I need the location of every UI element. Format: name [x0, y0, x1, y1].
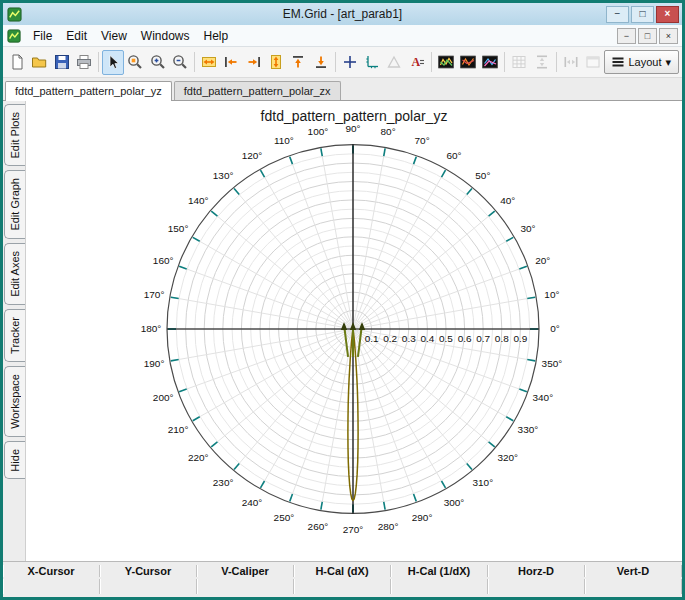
- plot-area[interactable]: fdtd_pattern_pattern_polar_yz 0.10.20.30…: [25, 101, 682, 561]
- status-horz-d: Horz-D: [488, 565, 585, 577]
- sidebar: Edit Plots Edit Graph Edit Axes Tracker …: [3, 101, 25, 561]
- menu-file[interactable]: File: [26, 27, 59, 45]
- select-pointer-button[interactable]: [102, 50, 124, 75]
- svg-text:170°: 170°: [144, 289, 165, 300]
- status-value-cell: [294, 579, 391, 594]
- mdi-restore-button[interactable]: □: [638, 28, 657, 44]
- svg-text:130°: 130°: [213, 170, 234, 181]
- stretch-horizontal-icon: [201, 54, 217, 70]
- new-document-button[interactable]: [6, 50, 28, 75]
- toolbar-separator: [556, 52, 557, 72]
- new-document-icon: [9, 54, 25, 70]
- layout-dropdown-button[interactable]: Layout ▾: [604, 50, 679, 74]
- open-file-button[interactable]: [28, 50, 50, 75]
- svg-text:150°: 150°: [168, 223, 189, 234]
- open-file-icon: [31, 54, 47, 70]
- sidebar-item-edit-axes[interactable]: Edit Axes: [4, 243, 25, 305]
- fit-horizontal-button: [560, 50, 582, 75]
- zoom-out-icon: [172, 54, 188, 70]
- sidebar-item-hide[interactable]: Hide: [4, 441, 25, 480]
- svg-text:0.1: 0.1: [365, 333, 379, 344]
- menu-edit[interactable]: Edit: [59, 27, 94, 45]
- svg-text:0°: 0°: [550, 324, 560, 335]
- status-x-cursor: X-Cursor: [3, 565, 100, 577]
- maximize-button[interactable]: □: [631, 6, 654, 23]
- caliper-icon: [386, 54, 402, 70]
- stretch-vertical-button[interactable]: [265, 50, 287, 75]
- shift-down-icon: [313, 54, 329, 70]
- polar-plot-canvas[interactable]: 0.10.20.30.40.50.60.70.80.90°10°20°30°40…: [26, 101, 682, 561]
- caliper-button: [383, 50, 405, 75]
- minimize-button[interactable]: −: [606, 6, 629, 23]
- plot-style-3-button[interactable]: [479, 50, 501, 75]
- app-window: EM.Grid - [art_parab1] − □ × File Edit V…: [0, 0, 685, 600]
- stretch-vertical-icon: [268, 54, 284, 70]
- svg-text:330°: 330°: [518, 424, 539, 435]
- tab-fdtd-pattern-polar-yz[interactable]: fdtd_pattern_pattern_polar_yz: [5, 81, 172, 101]
- svg-text:40°: 40°: [500, 195, 515, 206]
- svg-text:0.5: 0.5: [439, 333, 453, 344]
- print-icon: [76, 54, 92, 70]
- text-annotation-button[interactable]: A: [405, 50, 427, 75]
- svg-text:210°: 210°: [168, 424, 189, 435]
- sidebar-item-label: Edit Plots: [9, 112, 21, 158]
- fit-vertical-button: [531, 50, 553, 75]
- sidebar-item-label: Edit Graph: [9, 178, 21, 231]
- toolbar-separator: [194, 52, 195, 72]
- toolbar: A: [3, 47, 682, 78]
- menubar: File Edit View Windows Help − □ ×: [3, 25, 682, 47]
- status-y-cursor: Y-Cursor: [100, 565, 197, 577]
- toolbar-separator: [335, 52, 336, 72]
- svg-text:0.3: 0.3: [402, 333, 416, 344]
- zoom-in-button[interactable]: [147, 50, 169, 75]
- save-icon: [54, 54, 70, 70]
- sidebar-item-label: Edit Axes: [9, 251, 21, 297]
- print-button[interactable]: [73, 50, 95, 75]
- grid-toggle-icon: [511, 54, 527, 70]
- shift-up-button[interactable]: [287, 50, 309, 75]
- svg-text:180°: 180°: [141, 324, 162, 335]
- status-value-cell: [585, 579, 682, 594]
- close-button[interactable]: ×: [656, 6, 679, 23]
- sidebar-item-workspace[interactable]: Workspace: [4, 366, 25, 437]
- status-value-cell: [197, 579, 294, 594]
- content-area: Edit Plots Edit Graph Edit Axes Tracker …: [3, 101, 682, 561]
- svg-text:A: A: [411, 55, 420, 69]
- zoom-window-button[interactable]: [124, 50, 146, 75]
- fit-vertical-icon: [534, 54, 550, 70]
- mdi-close-button[interactable]: ×: [659, 28, 678, 44]
- svg-text:80°: 80°: [381, 126, 396, 137]
- axes-ticks-button[interactable]: [361, 50, 383, 75]
- svg-text:0.8: 0.8: [495, 333, 509, 344]
- shift-down-button[interactable]: [309, 50, 331, 75]
- text-annotation-icon: A: [409, 54, 425, 70]
- zoom-out-button[interactable]: [169, 50, 191, 75]
- menu-windows[interactable]: Windows: [134, 27, 197, 45]
- plot-style-2-button[interactable]: [457, 50, 479, 75]
- svg-text:0.6: 0.6: [458, 333, 472, 344]
- sidebar-item-edit-plots[interactable]: Edit Plots: [4, 104, 25, 166]
- grid-toggle-button: [508, 50, 530, 75]
- svg-text:220°: 220°: [188, 452, 209, 463]
- mdi-minimize-button[interactable]: −: [617, 28, 636, 44]
- menu-view[interactable]: View: [94, 27, 134, 45]
- tab-fdtd-pattern-polar-zx[interactable]: fdtd_pattern_pattern_polar_zx: [174, 81, 341, 100]
- status-value-cell: [3, 579, 100, 594]
- shift-left-button[interactable]: [220, 50, 242, 75]
- sidebar-item-edit-graph[interactable]: Edit Graph: [4, 170, 25, 239]
- svg-text:60°: 60°: [446, 150, 461, 161]
- svg-text:100°: 100°: [308, 126, 329, 137]
- save-button[interactable]: [51, 50, 73, 75]
- svg-text:280°: 280°: [378, 521, 399, 532]
- plot-style-1-button[interactable]: [435, 50, 457, 75]
- toolbar-separator: [98, 52, 99, 72]
- shift-right-button[interactable]: [243, 50, 265, 75]
- svg-text:340°: 340°: [532, 392, 553, 403]
- menu-help[interactable]: Help: [197, 27, 236, 45]
- svg-text:350°: 350°: [542, 358, 563, 369]
- pointer-icon: [105, 54, 121, 70]
- sidebar-item-tracker[interactable]: Tracker: [4, 309, 25, 362]
- add-marker-button[interactable]: [339, 50, 361, 75]
- layout-label: Layout: [628, 56, 661, 68]
- stretch-horizontal-button[interactable]: [198, 50, 220, 75]
